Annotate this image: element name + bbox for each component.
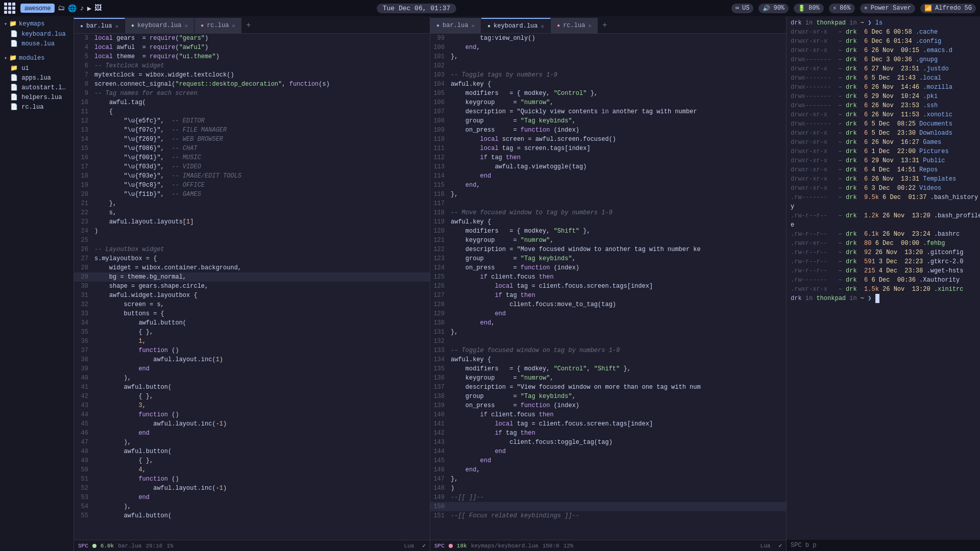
line-number: 27 [74, 254, 92, 263]
line-number: 118 [430, 208, 449, 217]
tag-awesome[interactable]: awesome [20, 4, 55, 13]
terminal-entry: drwxr-xr-x – drk 6 26 Nov 11:53 .xonotic [791, 110, 976, 119]
code-line: 32 screen = s, [74, 300, 430, 309]
topbar-center: Tue Dec 06, 01:37 [377, 4, 457, 13]
line-number: 123 [430, 254, 449, 263]
file-icon-top[interactable]: 🗂 [58, 4, 65, 12]
file-icon: 📄 [10, 31, 21, 38]
tab-keyboard-lua-right[interactable]: ● keyboard.lua ✕ [481, 18, 551, 33]
terminal-header: drk in thonkpad in ~ ❯ ls [791, 18, 976, 28]
tabs-bar-right: ● bar.lua ✕ ● keyboard.lua ✕ ● rc.lua ✕ [430, 16, 786, 34]
line-number: 117 [430, 199, 449, 208]
line-number: 151 [430, 511, 449, 520]
tab-close-rc-r[interactable]: ✕ [588, 22, 592, 29]
tab-label-rc-r: rc.lua [563, 22, 585, 29]
code-line: 8screen.connect_signal("request::desktop… [74, 80, 430, 89]
filename-left: bar.lua [118, 543, 141, 549]
code-line: 3local gears = require("gears") [74, 34, 430, 43]
line-content: screen = s, [92, 300, 430, 309]
line-number: 26 [74, 245, 92, 254]
line-number: 131 [430, 328, 449, 337]
terminal-entry: drwxr-xr-x – drk 6 5 Dec 23:30 Downloads [791, 129, 976, 138]
tab-rc-lua-left[interactable]: ● rc.lua ✕ [194, 18, 242, 33]
line-content: keygroup = "numrow", [449, 98, 786, 107]
folder-icon-modules: 📁 [9, 54, 17, 62]
tab-close-keyboard-r[interactable]: ✕ [541, 23, 545, 30]
status-bar-right: SPC 18k keymaps/keyboard.lua 150:0 12% L… [430, 540, 786, 551]
line-content: keygroup = "numrow", [449, 373, 786, 383]
music-icon-top[interactable]: ♪ [80, 4, 84, 12]
sidebar-item-ui[interactable]: 📁 ui [0, 63, 74, 73]
sidebar-item-mouse[interactable]: 📄 mouse.lua [0, 39, 74, 48]
terminal-entry: drwxr-xr-x – drk 6 27 Nov 23:51 .justdo [791, 64, 976, 73]
line-number: 128 [430, 300, 449, 309]
line-number: 101 [430, 52, 449, 61]
volume-status: 🔊 90% [758, 4, 789, 13]
line-number: 133 [430, 346, 449, 355]
editor-area: ● bar.lua ✕ ● keyboard.lua ✕ ● rc.lua ✕ [74, 16, 786, 551]
sidebar-item-helpers[interactable]: 📄 helpers.lua [0, 92, 74, 102]
terminal-content[interactable]: drk in thonkpad in ~ ❯ lsdrwxr-xr-x – dr… [787, 16, 980, 540]
line-number: 5 [74, 52, 92, 61]
sidebar-item-keyboard[interactable]: 📄 keyboard.lua [0, 29, 74, 39]
line-number: 109 [430, 126, 449, 135]
line-number: 54 [74, 502, 92, 511]
line-number: 148 [430, 484, 449, 493]
code-content-left[interactable]: 3local gears = require("gears")4local aw… [74, 34, 430, 540]
tab-close-rc[interactable]: ✕ [232, 22, 235, 29]
line-number: 111 [430, 144, 449, 153]
code-line: 124 on_press = function (index) [430, 263, 786, 272]
sidebar-keymaps-header[interactable]: ▾ 📁 keymaps [0, 18, 74, 29]
line-number: 121 [430, 236, 449, 245]
tab-keyboard-lua-left[interactable]: ● keyboard.lua ✕ [125, 18, 194, 33]
tab-add-left[interactable]: + [242, 18, 255, 33]
tab-close-keyboard[interactable]: ✕ [185, 22, 188, 29]
topbar-right: ⌨ US 🔊 90% 🔋 80% ⚡ 86% ☀ Power Saver 📶 A… [731, 4, 976, 13]
line-number: 47 [74, 438, 92, 447]
image-icon-top[interactable]: 🖼 [94, 4, 102, 12]
percent-right: 12% [564, 543, 574, 549]
line-content: awful.layout.inc(1) [92, 355, 430, 364]
line-number: 38 [74, 355, 92, 364]
line-content: ) [449, 484, 786, 493]
code-line: 135 modifiers = { modkey, "Control", "Sh… [430, 364, 786, 373]
line-number: 51 [74, 474, 92, 484]
tab-close-bar-r[interactable]: ✕ [471, 22, 475, 29]
line-number: 136 [430, 373, 449, 383]
code-line: 7mytextclock = wibox.widget.textclock() [74, 70, 430, 80]
line-content: function () [92, 346, 430, 355]
line-content: 3, [92, 401, 430, 410]
code-line: 132 [430, 337, 786, 346]
status-left-left: SPC 6.0k bar.lua 29:16 1% [78, 543, 174, 549]
terminal-entry: drwxr-xr-x – drk 6 3 Dec 00:22 Videos [791, 184, 976, 193]
terminal-entry: drwxr-xr-x – drk 6 Dec 6 00:58 .cache [791, 28, 976, 37]
sidebar-item-rc[interactable]: 📄 rc.lua [0, 102, 74, 112]
terminal-entry: drwxr-xr-x – drk 6 26 Nov 13:31 Template… [791, 174, 976, 184]
file-icon-rc: 📄 [10, 104, 21, 111]
line-content: if client.focus then [449, 410, 786, 419]
lua-icon-r: ● [436, 23, 439, 29]
browser-icon-top[interactable]: 🌐 [68, 4, 77, 13]
tab-add-right[interactable]: + [598, 18, 611, 33]
key-icon-r: ● [487, 23, 491, 29]
line-number: 25 [74, 236, 92, 245]
video-icon-top[interactable]: ▶ [87, 4, 91, 13]
code-content-right[interactable]: 99 tag:view_only()100 end,101},102103-- … [430, 34, 786, 540]
code-line: 116}, [430, 190, 786, 199]
terminal-entry: drwxr-xr-x – drk 6 26 Nov 00:15 .emacs.d [791, 46, 976, 55]
apps-icon[interactable] [4, 3, 15, 14]
sidebar-item-apps[interactable]: 📄 apps.lua [0, 73, 74, 83]
code-line: 34 awful.button( [74, 318, 430, 328]
line-content: -- Layoutbox widget [92, 245, 430, 254]
line-content [449, 502, 786, 511]
sidebar-modules-header[interactable]: ▾ 📁 modules [0, 53, 74, 63]
tab-rc-lua-right[interactable]: ● rc.lua ✕ [551, 18, 598, 33]
file-icon-autostart: 📄 [10, 84, 21, 91]
line-content: local gears = require("gears") [92, 34, 430, 43]
tab-close-bar[interactable]: ✕ [115, 23, 118, 30]
tab-bar-lua-right[interactable]: ● bar.lua ✕ [430, 18, 481, 33]
sidebar-item-autostart[interactable]: 📄 autostart.lua [0, 83, 74, 92]
position-left: 29:16 [145, 543, 162, 549]
line-number: 23 [74, 217, 92, 227]
tab-bar-lua-left[interactable]: ● bar.lua ✕ [74, 18, 125, 33]
